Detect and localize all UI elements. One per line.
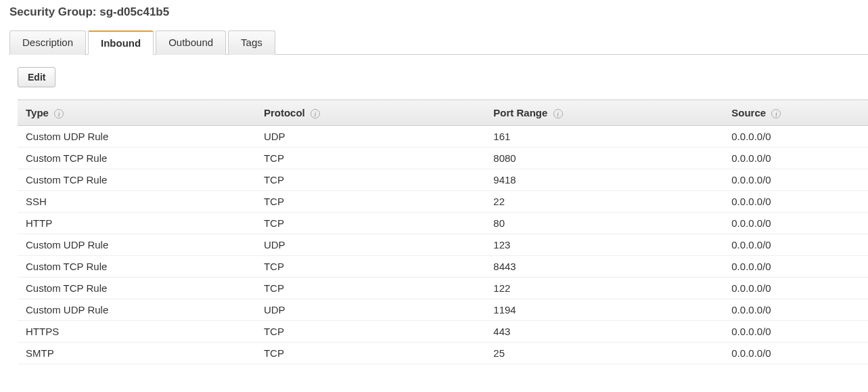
cell-protocol: UDP xyxy=(256,126,485,148)
cell-portRange: 443 xyxy=(485,321,723,343)
cell-source: 0.0.0.0/0 xyxy=(723,191,868,213)
cell-type: HTTP xyxy=(18,213,256,234)
table-row[interactable]: Custom UDP RuleUDP11940.0.0.0/0 xyxy=(18,299,868,321)
cell-type: Custom TCP Rule xyxy=(18,148,256,169)
column-header-protocol[interactable]: Protocol i xyxy=(256,100,485,126)
cell-type: SMTP xyxy=(18,343,256,364)
table-row[interactable]: Custom TCP RuleTCP80800.0.0.0/0 xyxy=(18,148,868,169)
cell-portRange: 9418 xyxy=(485,169,723,191)
cell-source: 0.0.0.0/0 xyxy=(723,343,868,364)
column-header-port-range[interactable]: Port Range i xyxy=(485,100,723,126)
cell-protocol: TCP xyxy=(256,191,485,213)
cell-portRange: 22 xyxy=(485,191,723,213)
cell-portRange: 25 xyxy=(485,343,723,364)
info-icon[interactable]: i xyxy=(311,109,320,118)
cell-portRange: 8080 xyxy=(485,148,723,169)
cell-protocol: UDP xyxy=(256,234,485,256)
table-row[interactable]: Custom UDP RuleUDP1230.0.0.0/0 xyxy=(18,234,868,256)
cell-protocol: TCP xyxy=(256,148,485,169)
cell-source: 0.0.0.0/0 xyxy=(723,148,868,169)
cell-portRange: 8443 xyxy=(485,256,723,278)
cell-type: SSH xyxy=(18,191,256,213)
cell-protocol: TCP xyxy=(256,278,485,299)
column-header-type[interactable]: Type i xyxy=(18,100,256,126)
info-icon[interactable]: i xyxy=(553,109,563,118)
cell-portRange: 161 xyxy=(485,126,723,148)
tab-inbound[interactable]: Inbound xyxy=(88,30,154,55)
cell-type: Custom TCP Rule xyxy=(18,278,256,299)
table-row[interactable]: Custom TCP RuleTCP94180.0.0.0/0 xyxy=(18,169,868,191)
column-header-protocol-label: Protocol xyxy=(264,107,305,118)
cell-type: Custom UDP Rule xyxy=(18,299,256,321)
cell-source: 0.0.0.0/0 xyxy=(723,321,868,343)
column-header-source[interactable]: Source i xyxy=(723,100,868,126)
cell-protocol: TCP xyxy=(256,213,485,234)
column-header-source-label: Source xyxy=(731,107,766,118)
cell-type: HTTPS xyxy=(18,321,256,343)
cell-portRange: 122 xyxy=(485,278,723,299)
table-row[interactable]: Custom UDP RuleUDP1610.0.0.0/0 xyxy=(18,126,868,148)
info-icon[interactable]: i xyxy=(54,109,64,118)
table-row[interactable]: Custom TCP RuleTCP1220.0.0.0/0 xyxy=(18,278,868,299)
cell-type: Custom UDP Rule xyxy=(18,126,256,148)
cell-type: Custom TCP Rule xyxy=(18,256,256,278)
table-row[interactable]: HTTPTCP800.0.0.0/0 xyxy=(18,213,868,234)
table-header-row: Type i Protocol i Port Range i Source i xyxy=(18,100,868,126)
cell-source: 0.0.0.0/0 xyxy=(723,213,868,234)
table-body: Custom UDP RuleUDP1610.0.0.0/0Custom TCP… xyxy=(18,126,868,364)
cell-source: 0.0.0.0/0 xyxy=(723,234,868,256)
cell-portRange: 123 xyxy=(485,234,723,256)
cell-source: 0.0.0.0/0 xyxy=(723,278,868,299)
edit-button[interactable]: Edit xyxy=(18,67,55,87)
table-row[interactable]: HTTPSTCP4430.0.0.0/0 xyxy=(18,321,868,343)
tab-content: Edit Type i Protocol i Port Range i Sour… xyxy=(9,67,868,364)
table-row[interactable]: SMTPTCP250.0.0.0/0 xyxy=(18,343,868,364)
cell-protocol: TCP xyxy=(256,321,485,343)
cell-portRange: 1194 xyxy=(485,299,723,321)
tab-tags[interactable]: Tags xyxy=(228,30,275,55)
column-header-port-range-label: Port Range xyxy=(493,107,547,118)
tab-outbound[interactable]: Outbound xyxy=(156,30,226,55)
rules-table: Type i Protocol i Port Range i Source i … xyxy=(18,100,868,364)
cell-protocol: UDP xyxy=(256,299,485,321)
cell-portRange: 80 xyxy=(485,213,723,234)
cell-protocol: TCP xyxy=(256,169,485,191)
info-icon[interactable]: i xyxy=(771,109,781,118)
header-value: sg-d05c41b5 xyxy=(99,5,169,18)
cell-source: 0.0.0.0/0 xyxy=(723,256,868,278)
cell-protocol: TCP xyxy=(256,343,485,364)
cell-type: Custom UDP Rule xyxy=(18,234,256,256)
cell-protocol: TCP xyxy=(256,256,485,278)
cell-source: 0.0.0.0/0 xyxy=(723,169,868,191)
header-label: Security Group: xyxy=(9,5,96,18)
table-row[interactable]: SSHTCP220.0.0.0/0 xyxy=(18,191,868,213)
tab-description[interactable]: Description xyxy=(9,30,86,55)
cell-source: 0.0.0.0/0 xyxy=(723,299,868,321)
table-row[interactable]: Custom TCP RuleTCP84430.0.0.0/0 xyxy=(18,256,868,278)
page-title: Security Group: sg-d05c41b5 xyxy=(9,5,868,19)
cell-type: Custom TCP Rule xyxy=(18,169,256,191)
tab-bar: DescriptionInboundOutboundTags xyxy=(9,30,868,55)
cell-source: 0.0.0.0/0 xyxy=(723,126,868,148)
column-header-type-label: Type xyxy=(26,107,49,118)
